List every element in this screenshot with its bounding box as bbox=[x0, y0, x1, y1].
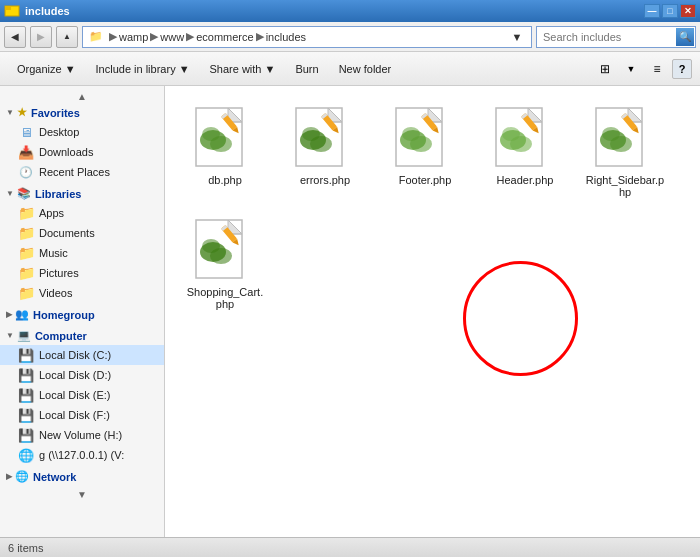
documents-folder-icon: 📁 bbox=[18, 225, 34, 241]
search-button[interactable]: 🔍 bbox=[676, 28, 694, 46]
sidebar-item-documents[interactable]: 📁 Documents bbox=[0, 223, 164, 243]
libraries-header[interactable]: ▼ 📚 Libraries bbox=[0, 184, 164, 203]
sidebar-item-new-volume-h[interactable]: 💾 New Volume (H:) bbox=[0, 425, 164, 445]
sort-button[interactable]: ≡ bbox=[646, 58, 668, 80]
view-change-button[interactable]: ⊞ bbox=[594, 58, 616, 80]
minimize-button[interactable]: — bbox=[644, 4, 660, 18]
svg-rect-1 bbox=[5, 6, 11, 10]
drive-e-icon: 💾 bbox=[18, 387, 34, 403]
sidebar-item-local-disk-d[interactable]: 💾 Local Disk (D:) bbox=[0, 365, 164, 385]
svg-point-8 bbox=[202, 127, 220, 141]
apps-folder-icon: 📁 bbox=[18, 205, 34, 221]
search-input[interactable] bbox=[536, 26, 696, 48]
burn-button[interactable]: Burn bbox=[286, 56, 327, 82]
file-label: errors.php bbox=[300, 174, 350, 186]
file-item[interactable]: Footer.php bbox=[380, 101, 470, 203]
pictures-folder-icon: 📁 bbox=[18, 265, 34, 281]
organize-button[interactable]: Organize ▼ bbox=[8, 56, 85, 82]
computer-header[interactable]: ▼ 💻 Computer bbox=[0, 326, 164, 345]
help-button[interactable]: ? bbox=[672, 59, 692, 79]
address-bar: ◀ ▶ ▲ 📁 ▶ wamp ▶ www ▶ ecommerce ▶ inclu… bbox=[0, 22, 700, 52]
sidebar-item-local-disk-c[interactable]: 💾 Local Disk (C:) bbox=[0, 345, 164, 365]
file-item[interactable]: Header.php bbox=[480, 101, 570, 203]
path-dropdown[interactable]: ▼ bbox=[509, 29, 525, 45]
include-library-button[interactable]: Include in library ▼ bbox=[87, 56, 199, 82]
search-wrap: 🔍 bbox=[536, 26, 696, 48]
recent-icon: 🕐 bbox=[18, 164, 34, 180]
sidebar-item-desktop[interactable]: 🖥 Desktop bbox=[0, 122, 164, 142]
close-button[interactable]: ✕ bbox=[680, 4, 696, 18]
file-icon bbox=[293, 106, 357, 170]
favorites-expand-icon: ▼ bbox=[6, 108, 14, 117]
include-dropdown-icon: ▼ bbox=[179, 63, 190, 75]
sidebar-item-videos[interactable]: 📁 Videos bbox=[0, 283, 164, 303]
favorites-section: ▼ ★ Favorites 🖥 Desktop 📥 Downloads 🕐 Re… bbox=[0, 103, 164, 182]
sidebar-item-local-disk-e[interactable]: 💾 Local Disk (E:) bbox=[0, 385, 164, 405]
computer-section: ▼ 💻 Computer 💾 Local Disk (C:) 💾 Local D… bbox=[0, 326, 164, 465]
new-folder-button[interactable]: New folder bbox=[330, 56, 401, 82]
file-icon bbox=[493, 106, 557, 170]
drive-h-icon: 💾 bbox=[18, 427, 34, 443]
sidebar-item-music[interactable]: 📁 Music bbox=[0, 243, 164, 263]
toolbar: Organize ▼ Include in library ▼ Share wi… bbox=[0, 52, 700, 86]
homegroup-section: ▶ 👥 Homegroup bbox=[0, 305, 164, 324]
file-label: Right_Sidebar.php bbox=[585, 174, 665, 198]
share-dropdown-icon: ▼ bbox=[265, 63, 276, 75]
svg-point-28 bbox=[402, 127, 420, 141]
file-icon bbox=[193, 106, 257, 170]
desktop-icon: 🖥 bbox=[18, 124, 34, 140]
file-item[interactable]: Shopping_Cart.php bbox=[180, 213, 270, 315]
network-header[interactable]: ▶ 🌐 Network bbox=[0, 467, 164, 486]
title-controls: — □ ✕ bbox=[644, 4, 696, 18]
file-item[interactable]: db.php bbox=[180, 101, 270, 203]
drive-f-icon: 💾 bbox=[18, 407, 34, 423]
network-expand-icon: ▶ bbox=[6, 472, 12, 481]
sidebar-scroll-down[interactable]: ▼ bbox=[0, 488, 164, 501]
svg-point-38 bbox=[502, 127, 520, 141]
videos-folder-icon: 📁 bbox=[18, 285, 34, 301]
address-path[interactable]: 📁 ▶ wamp ▶ www ▶ ecommerce ▶ includes ▼ bbox=[82, 26, 532, 48]
sidebar-item-downloads[interactable]: 📥 Downloads bbox=[0, 142, 164, 162]
file-label: Shopping_Cart.php bbox=[185, 286, 265, 310]
file-label: Footer.php bbox=[399, 174, 452, 186]
file-icon bbox=[593, 106, 657, 170]
file-item[interactable]: errors.php bbox=[280, 101, 370, 203]
homegroup-header[interactable]: ▶ 👥 Homegroup bbox=[0, 305, 164, 324]
homegroup-expand-icon: ▶ bbox=[6, 310, 12, 319]
network-section: ▶ 🌐 Network bbox=[0, 467, 164, 486]
svg-point-48 bbox=[602, 127, 620, 141]
drive-c-icon: 💾 bbox=[18, 347, 34, 363]
view-dropdown-button[interactable]: ▼ bbox=[620, 58, 642, 80]
sidebar-scroll-up[interactable]: ▲ bbox=[0, 90, 164, 103]
sidebar-item-recent[interactable]: 🕐 Recent Places bbox=[0, 162, 164, 182]
computer-expand-icon: ▼ bbox=[6, 331, 14, 340]
status-text: 6 items bbox=[8, 542, 43, 554]
main-area: ▲ ▼ ★ Favorites 🖥 Desktop 📥 Downloads 🕐 … bbox=[0, 86, 700, 537]
libraries-expand-icon: ▼ bbox=[6, 189, 14, 198]
sidebar-item-apps[interactable]: 📁 Apps bbox=[0, 203, 164, 223]
content-area: db.php errors.php bbox=[165, 86, 700, 537]
svg-point-18 bbox=[302, 127, 320, 141]
window-title: includes bbox=[25, 5, 70, 17]
file-item[interactable]: Right_Sidebar.php bbox=[580, 101, 670, 203]
file-icon bbox=[393, 106, 457, 170]
sidebar: ▲ ▼ ★ Favorites 🖥 Desktop 📥 Downloads 🕐 … bbox=[0, 86, 165, 537]
favorites-header[interactable]: ▼ ★ Favorites bbox=[0, 103, 164, 122]
forward-button[interactable]: ▶ bbox=[30, 26, 52, 48]
share-button[interactable]: Share with ▼ bbox=[201, 56, 285, 82]
network-drive-icon: 🌐 bbox=[18, 447, 34, 463]
sidebar-item-pictures[interactable]: 📁 Pictures bbox=[0, 263, 164, 283]
sidebar-item-local-disk-f[interactable]: 💾 Local Disk (F:) bbox=[0, 405, 164, 425]
maximize-button[interactable]: □ bbox=[662, 4, 678, 18]
svg-point-58 bbox=[202, 239, 220, 253]
back-button[interactable]: ◀ bbox=[4, 26, 26, 48]
view-controls: ⊞ ▼ ≡ ? bbox=[594, 58, 692, 80]
organize-dropdown-icon: ▼ bbox=[65, 63, 76, 75]
libraries-section: ▼ 📚 Libraries 📁 Apps 📁 Documents 📁 Music… bbox=[0, 184, 164, 303]
sidebar-item-network-g[interactable]: 🌐 g (\\127.0.0.1) (V: bbox=[0, 445, 164, 465]
file-label: Header.php bbox=[497, 174, 554, 186]
up-button[interactable]: ▲ bbox=[56, 26, 78, 48]
file-icon bbox=[193, 218, 257, 282]
file-grid: db.php errors.php bbox=[175, 96, 690, 320]
file-label: db.php bbox=[208, 174, 242, 186]
